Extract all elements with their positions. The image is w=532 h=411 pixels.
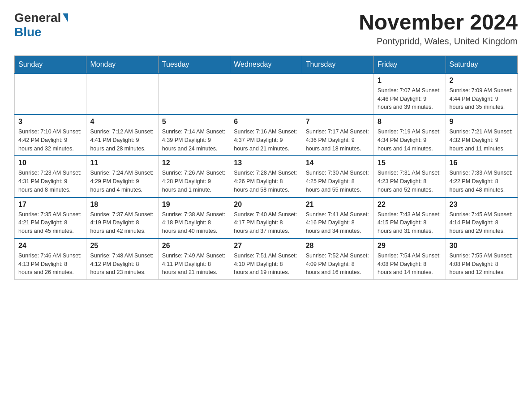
calendar-cell: 29Sunrise: 7:54 AM Sunset: 4:08 PM Dayli… <box>374 239 446 280</box>
day-info: Sunrise: 7:31 AM Sunset: 4:23 PM Dayligh… <box>378 169 442 194</box>
calendar-header-monday: Monday <box>86 56 158 73</box>
day-number: 16 <box>450 159 514 167</box>
calendar-header-row: SundayMondayTuesdayWednesdayThursdayFrid… <box>15 56 518 73</box>
day-info: Sunrise: 7:51 AM Sunset: 4:10 PM Dayligh… <box>234 252 298 277</box>
day-info: Sunrise: 7:37 AM Sunset: 4:19 PM Dayligh… <box>90 210 154 235</box>
day-number: 9 <box>450 118 514 126</box>
calendar-cell: 28Sunrise: 7:52 AM Sunset: 4:09 PM Dayli… <box>302 239 373 280</box>
day-number: 6 <box>234 118 298 126</box>
calendar-cell: 16Sunrise: 7:33 AM Sunset: 4:22 PM Dayli… <box>446 156 517 197</box>
day-info: Sunrise: 7:49 AM Sunset: 4:11 PM Dayligh… <box>162 252 226 277</box>
calendar-cell <box>15 73 86 115</box>
calendar-cell: 15Sunrise: 7:31 AM Sunset: 4:23 PM Dayli… <box>374 156 446 197</box>
calendar-cell: 22Sunrise: 7:43 AM Sunset: 4:15 PM Dayli… <box>374 197 446 239</box>
calendar-cell: 18Sunrise: 7:37 AM Sunset: 4:19 PM Dayli… <box>86 197 158 239</box>
calendar-week-1: 1Sunrise: 7:07 AM Sunset: 4:46 PM Daylig… <box>15 73 518 115</box>
calendar-week-4: 17Sunrise: 7:35 AM Sunset: 4:21 PM Dayli… <box>15 197 518 239</box>
calendar-cell: 24Sunrise: 7:46 AM Sunset: 4:13 PM Dayli… <box>15 239 86 280</box>
day-info: Sunrise: 7:17 AM Sunset: 4:36 PM Dayligh… <box>306 128 370 153</box>
calendar-header-saturday: Saturday <box>446 56 517 73</box>
day-info: Sunrise: 7:16 AM Sunset: 4:37 PM Dayligh… <box>234 128 298 153</box>
day-number: 2 <box>450 77 514 85</box>
day-number: 23 <box>450 201 514 209</box>
day-number: 8 <box>378 118 442 126</box>
calendar-week-3: 10Sunrise: 7:23 AM Sunset: 4:31 PM Dayli… <box>15 156 518 197</box>
day-number: 21 <box>306 201 370 209</box>
calendar-cell: 27Sunrise: 7:51 AM Sunset: 4:10 PM Dayli… <box>230 239 302 280</box>
calendar-cell: 7Sunrise: 7:17 AM Sunset: 4:36 PM Daylig… <box>302 115 373 156</box>
calendar-cell: 4Sunrise: 7:12 AM Sunset: 4:41 PM Daylig… <box>86 115 158 156</box>
calendar-cell: 1Sunrise: 7:07 AM Sunset: 4:46 PM Daylig… <box>374 73 446 115</box>
day-info: Sunrise: 7:23 AM Sunset: 4:31 PM Dayligh… <box>18 169 82 194</box>
calendar-header-friday: Friday <box>374 56 446 73</box>
calendar-cell: 8Sunrise: 7:19 AM Sunset: 4:34 PM Daylig… <box>374 115 446 156</box>
day-info: Sunrise: 7:12 AM Sunset: 4:41 PM Dayligh… <box>90 128 154 153</box>
day-number: 22 <box>378 201 442 209</box>
calendar-cell: 9Sunrise: 7:21 AM Sunset: 4:32 PM Daylig… <box>446 115 517 156</box>
day-info: Sunrise: 7:19 AM Sunset: 4:34 PM Dayligh… <box>378 128 442 153</box>
day-number: 11 <box>90 159 154 167</box>
day-number: 13 <box>234 159 298 167</box>
day-number: 12 <box>162 159 226 167</box>
calendar-cell <box>230 73 302 115</box>
day-info: Sunrise: 7:54 AM Sunset: 4:08 PM Dayligh… <box>378 252 442 277</box>
day-number: 24 <box>18 242 82 250</box>
month-title: November 2024 <box>359 11 518 34</box>
day-info: Sunrise: 7:07 AM Sunset: 4:46 PM Dayligh… <box>378 86 442 111</box>
calendar-cell: 17Sunrise: 7:35 AM Sunset: 4:21 PM Dayli… <box>15 197 86 239</box>
calendar-cell: 14Sunrise: 7:30 AM Sunset: 4:25 PM Dayli… <box>302 156 373 197</box>
calendar-header-tuesday: Tuesday <box>158 56 230 73</box>
calendar-cell: 21Sunrise: 7:41 AM Sunset: 4:16 PM Dayli… <box>302 197 373 239</box>
day-number: 25 <box>90 242 154 250</box>
calendar-header-sunday: Sunday <box>15 56 86 73</box>
day-number: 3 <box>18 118 82 126</box>
calendar-cell: 12Sunrise: 7:26 AM Sunset: 4:28 PM Dayli… <box>158 156 230 197</box>
day-info: Sunrise: 7:30 AM Sunset: 4:25 PM Dayligh… <box>306 169 370 194</box>
day-number: 15 <box>378 159 442 167</box>
calendar-cell: 26Sunrise: 7:49 AM Sunset: 4:11 PM Dayli… <box>158 239 230 280</box>
calendar-cell: 19Sunrise: 7:38 AM Sunset: 4:18 PM Dayli… <box>158 197 230 239</box>
calendar-header-wednesday: Wednesday <box>230 56 302 73</box>
day-info: Sunrise: 7:43 AM Sunset: 4:15 PM Dayligh… <box>378 210 442 235</box>
calendar-cell <box>158 73 230 115</box>
calendar-cell: 11Sunrise: 7:24 AM Sunset: 4:29 PM Dayli… <box>86 156 158 197</box>
day-number: 17 <box>18 201 82 209</box>
calendar-week-2: 3Sunrise: 7:10 AM Sunset: 4:42 PM Daylig… <box>15 115 518 156</box>
day-number: 4 <box>90 118 154 126</box>
calendar-cell: 23Sunrise: 7:45 AM Sunset: 4:14 PM Dayli… <box>446 197 517 239</box>
day-number: 7 <box>306 118 370 126</box>
day-number: 5 <box>162 118 226 126</box>
calendar-header-thursday: Thursday <box>302 56 373 73</box>
day-number: 14 <box>306 159 370 167</box>
page-header: General Blue November 2024 Pontypridd, W… <box>14 11 518 47</box>
calendar-cell: 5Sunrise: 7:14 AM Sunset: 4:39 PM Daylig… <box>158 115 230 156</box>
calendar-cell: 3Sunrise: 7:10 AM Sunset: 4:42 PM Daylig… <box>15 115 86 156</box>
day-number: 30 <box>450 242 514 250</box>
day-info: Sunrise: 7:40 AM Sunset: 4:17 PM Dayligh… <box>234 210 298 235</box>
day-info: Sunrise: 7:28 AM Sunset: 4:26 PM Dayligh… <box>234 169 298 194</box>
calendar-cell: 25Sunrise: 7:48 AM Sunset: 4:12 PM Dayli… <box>86 239 158 280</box>
day-info: Sunrise: 7:33 AM Sunset: 4:22 PM Dayligh… <box>450 169 514 194</box>
day-number: 19 <box>162 201 226 209</box>
day-info: Sunrise: 7:46 AM Sunset: 4:13 PM Dayligh… <box>18 252 82 277</box>
calendar-cell: 20Sunrise: 7:40 AM Sunset: 4:17 PM Dayli… <box>230 197 302 239</box>
day-number: 1 <box>378 77 442 85</box>
calendar-cell: 6Sunrise: 7:16 AM Sunset: 4:37 PM Daylig… <box>230 115 302 156</box>
calendar-cell: 10Sunrise: 7:23 AM Sunset: 4:31 PM Dayli… <box>15 156 86 197</box>
day-info: Sunrise: 7:35 AM Sunset: 4:21 PM Dayligh… <box>18 210 82 235</box>
day-info: Sunrise: 7:26 AM Sunset: 4:28 PM Dayligh… <box>162 169 226 194</box>
day-info: Sunrise: 7:52 AM Sunset: 4:09 PM Dayligh… <box>306 252 370 277</box>
calendar-cell: 30Sunrise: 7:55 AM Sunset: 4:08 PM Dayli… <box>446 239 517 280</box>
day-info: Sunrise: 7:41 AM Sunset: 4:16 PM Dayligh… <box>306 210 370 235</box>
day-info: Sunrise: 7:21 AM Sunset: 4:32 PM Dayligh… <box>450 128 514 153</box>
logo-text-blue: Blue <box>14 25 42 39</box>
calendar-cell <box>86 73 158 115</box>
day-number: 29 <box>378 242 442 250</box>
calendar-table: SundayMondayTuesdayWednesdayThursdayFrid… <box>14 56 518 280</box>
day-info: Sunrise: 7:45 AM Sunset: 4:14 PM Dayligh… <box>450 210 514 235</box>
day-number: 26 <box>162 242 226 250</box>
day-info: Sunrise: 7:24 AM Sunset: 4:29 PM Dayligh… <box>90 169 154 194</box>
day-info: Sunrise: 7:55 AM Sunset: 4:08 PM Dayligh… <box>450 252 514 277</box>
calendar-cell: 13Sunrise: 7:28 AM Sunset: 4:26 PM Dayli… <box>230 156 302 197</box>
location-title: Pontypridd, Wales, United Kingdom <box>359 36 518 47</box>
